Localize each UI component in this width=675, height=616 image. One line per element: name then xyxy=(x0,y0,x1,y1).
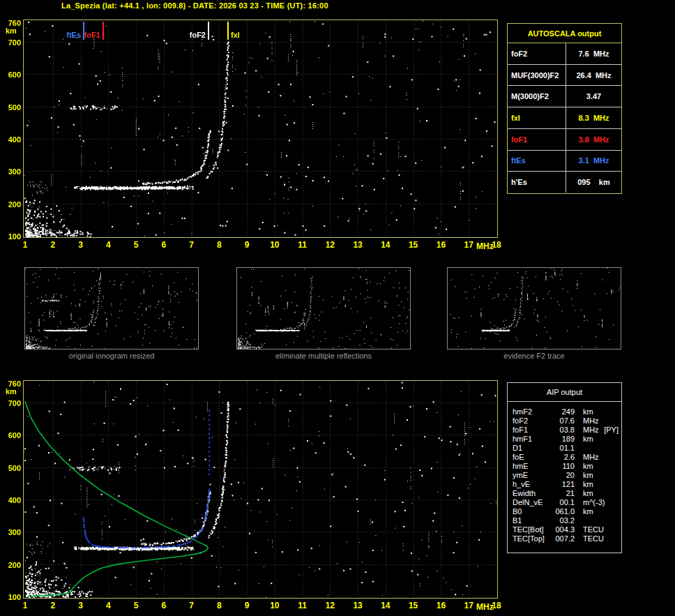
marker-foF2-bar xyxy=(208,22,209,40)
aip-row-label: D1 xyxy=(508,444,548,453)
y-tick-label: 700 xyxy=(3,399,21,407)
x-tick-label: 5 xyxy=(128,240,144,250)
aip-row-unit: MHz xyxy=(575,453,599,462)
x-tick-label: 12 xyxy=(321,240,338,250)
aip-row-value: 07.6 xyxy=(548,416,575,426)
autoscala-row-label: MUF(3000)F2 xyxy=(508,65,566,86)
x-tick-label: 9 xyxy=(238,240,255,250)
thumbnail-caption-evidence: evidence F2 trace xyxy=(447,352,621,360)
autoscala-row-label: h'Es xyxy=(508,172,566,193)
aip-row-foF1: foF103.8MHz[PY] xyxy=(508,426,621,435)
autoscala-table-rows: foF27.6 MHzMUF(3000)F226.4 MHzM(3000)F23… xyxy=(508,43,621,193)
bottom-ionogram-plot xyxy=(23,380,498,599)
aip-row-unit: MHz xyxy=(575,416,599,426)
aip-row-value: 121 xyxy=(548,480,575,489)
aip-row-label: B0 xyxy=(508,507,548,516)
x-tick-label: 6 xyxy=(156,240,172,250)
aip-row-unit xyxy=(575,516,583,525)
x-tick-label: 4 xyxy=(100,601,116,610)
thumbnail-original-canvas xyxy=(25,268,198,349)
aip-row-value: 00.1 xyxy=(548,498,575,507)
aip-row-label: h_vE xyxy=(508,480,548,489)
y-tick-label: 300 xyxy=(3,167,21,176)
autoscala-table-header: AUTOSCALA output xyxy=(508,24,621,43)
aip-row-value: 20 xyxy=(548,471,575,480)
aip-row-Ewidth: Ewidth21km xyxy=(508,489,621,498)
x-tick-label: 10 xyxy=(266,601,283,610)
aip-row-value: 004.3 xyxy=(548,525,575,534)
y-tick-label: 300 xyxy=(3,528,21,536)
autoscala-row-MUF(3000)F2: MUF(3000)F226.4 MHz xyxy=(508,64,621,86)
thumbnail-evidence-f2 xyxy=(447,267,621,350)
y-axis-unit-label: km xyxy=(6,27,17,35)
x-tick-label: 13 xyxy=(349,601,366,610)
aip-row-unit: km xyxy=(575,480,593,489)
thumbnail-caption-eliminate: eliminate multiple reflections xyxy=(236,352,411,360)
autoscala-row-label: foF1 xyxy=(508,129,566,150)
x-tick-label: 3 xyxy=(73,240,89,250)
y-tick-label: 400 xyxy=(3,135,21,144)
aip-row-value: 249 xyxy=(548,407,575,416)
aip-row-value: 110 xyxy=(548,462,575,471)
x-axis-unit-label: MHz xyxy=(476,602,494,612)
x-tick-label: 2 xyxy=(45,240,61,250)
aip-row-D1: D101.1 xyxy=(508,444,621,453)
x-tick-label: 7 xyxy=(183,601,200,610)
y-tick-label: 500 xyxy=(3,103,21,112)
aip-row-foF2: foF207.6MHz xyxy=(508,416,621,426)
x-tick-label: 3 xyxy=(73,601,89,610)
x-tick-label: 8 xyxy=(211,601,227,610)
x-tick-label: 12 xyxy=(321,601,338,610)
x-tick-label: 4 xyxy=(100,240,116,250)
autoscala-row-ftEs: ftEs3.1 MHz xyxy=(508,150,621,172)
y-tick-label: 400 xyxy=(3,496,21,504)
autoscala-row-value: 3.1 MHz xyxy=(566,151,621,172)
x-tick-label: 11 xyxy=(294,240,311,250)
autoscala-row-value: 8.3 MHz xyxy=(566,107,621,128)
aip-row-ymE: ymE20km xyxy=(508,471,621,480)
aip-row-B1: B103.2 xyxy=(508,516,621,525)
x-tick-label: 8 xyxy=(211,240,227,250)
aip-row-value: 03.2 xyxy=(548,516,575,525)
x-tick-label: 15 xyxy=(405,240,422,250)
aip-row-unit: TECU xyxy=(575,525,604,534)
x-tick-label: 5 xyxy=(128,601,144,610)
x-tick-label: 13 xyxy=(349,240,366,250)
thumbnail-evidence-canvas xyxy=(448,268,621,349)
aip-row-value: 189 xyxy=(548,435,575,444)
y-tick-label: 600 xyxy=(3,431,21,440)
aip-row-unit: km xyxy=(575,489,593,498)
autoscala-row-fxl: fxl8.3 MHz xyxy=(508,107,621,128)
aip-row-value: 03.8 xyxy=(548,426,575,435)
aip-row-unit: km xyxy=(575,471,593,480)
aip-row-unit: MHz xyxy=(575,426,599,435)
x-tick-label: 15 xyxy=(405,601,422,610)
x-tick-label: 16 xyxy=(432,240,449,250)
aip-row-label: Ewidth xyxy=(508,489,548,498)
aip-row-value: 061.0 xyxy=(548,507,575,516)
aip-row-label: foE xyxy=(508,453,548,462)
marker-fxl-bar xyxy=(227,22,229,40)
aip-row-unit: km xyxy=(575,435,593,444)
aip-row-label: hmE xyxy=(508,462,548,471)
x-tick-label: 14 xyxy=(377,601,394,610)
marker-foF1-bar xyxy=(103,22,104,40)
y-tick-label: 500 xyxy=(3,464,21,472)
top-ionogram-canvas xyxy=(24,20,497,237)
aip-table-rows: hmF2249kmfoF207.6MHzfoF103.8MHz[PY]hmF11… xyxy=(508,402,621,543)
autoscala-window: La_Spezia (lat: +44.1 , lon: 009.8) - DA… xyxy=(0,0,675,616)
autoscala-row-value: 7.6 MHz xyxy=(566,43,621,64)
aip-row-label: foF1 xyxy=(508,426,548,435)
marker-fxl-label: fxl xyxy=(231,31,253,39)
aip-row-label: TEC[Top] xyxy=(508,534,548,543)
x-tick-label: 14 xyxy=(377,240,394,250)
x-tick-label: 16 xyxy=(432,601,449,610)
autoscala-row-label: M(3000)F2 xyxy=(508,86,566,107)
y-tick-label: 600 xyxy=(3,70,21,79)
autoscala-row-label: ftEs xyxy=(508,151,566,172)
x-tick-label: 2 xyxy=(45,601,61,610)
autoscala-row-value: 26.4 MHz xyxy=(566,65,621,86)
aip-row-unit: km xyxy=(575,507,593,516)
aip-row-hmF2: hmF2249km xyxy=(508,407,621,416)
aip-row-unit: km xyxy=(575,407,593,416)
